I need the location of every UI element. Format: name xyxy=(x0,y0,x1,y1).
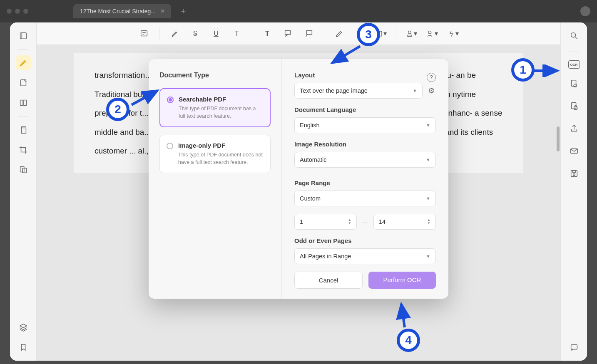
radio-unselected-icon xyxy=(167,143,173,149)
svg-rect-17 xyxy=(574,107,577,109)
bookmark-icon[interactable] xyxy=(16,340,31,355)
searchable-pdf-option[interactable]: Searchable PDF This type of PDF document… xyxy=(159,88,271,127)
pages-icon[interactable] xyxy=(16,162,31,177)
text-callout-icon[interactable] xyxy=(303,28,315,40)
arrow-2 xyxy=(129,87,162,108)
window-controls xyxy=(7,9,28,14)
svg-rect-22 xyxy=(571,345,577,349)
signature-icon[interactable]: ▾ xyxy=(426,28,438,40)
new-tab-button[interactable]: + xyxy=(180,6,186,17)
close-tab-icon[interactable]: × xyxy=(161,7,164,15)
reader-icon[interactable] xyxy=(16,95,31,110)
svg-point-13 xyxy=(571,33,575,37)
page-to-value: 14 xyxy=(379,218,386,225)
stepper-icon[interactable]: ▲▼ xyxy=(427,218,430,225)
image-only-pdf-option[interactable]: Image-only PDF This type of PDF document… xyxy=(159,135,271,173)
language-value: English xyxy=(300,122,320,129)
cancel-button[interactable]: Cancel xyxy=(294,272,363,289)
separator xyxy=(252,28,252,39)
titlebar: 12The Most Crucial Strateg... × + xyxy=(0,0,597,22)
callout-2: 2 xyxy=(106,98,129,121)
perform-ocr-button[interactable]: Perform OCR xyxy=(368,272,436,289)
language-label: Document Language xyxy=(294,106,436,113)
maximize-window[interactable] xyxy=(23,9,28,14)
stepper-icon[interactable]: ▲▼ xyxy=(348,218,351,225)
resolution-value: Automatic xyxy=(300,156,326,163)
layout-value: Text over the page image xyxy=(300,87,368,94)
separator xyxy=(18,116,28,116)
svg-line-24 xyxy=(132,91,157,105)
highlighter-tool-icon[interactable] xyxy=(16,55,31,70)
underline-icon[interactable]: U xyxy=(210,28,222,40)
svg-rect-9 xyxy=(307,30,312,34)
ocr-modal: Document Type Searchable PDF This type o… xyxy=(149,59,448,299)
thumbnail-icon[interactable] xyxy=(16,28,31,43)
minimize-window[interactable] xyxy=(15,9,20,14)
language-select[interactable]: English ▼ xyxy=(294,117,436,133)
pen-icon[interactable] xyxy=(333,28,345,40)
strikethrough-icon[interactable]: S̶ xyxy=(189,28,201,40)
copy-icon[interactable] xyxy=(16,122,31,137)
odd-even-label: Odd or Even Pages xyxy=(294,237,436,244)
arrow-1 xyxy=(532,64,562,77)
svg-rect-18 xyxy=(570,149,577,154)
arrow-4 xyxy=(396,302,412,331)
svg-line-26 xyxy=(401,304,405,327)
separator xyxy=(18,49,28,50)
separator xyxy=(569,52,579,52)
svg-point-11 xyxy=(408,31,411,34)
link-icon[interactable]: ▾ xyxy=(447,28,459,40)
callout-3: 3 xyxy=(357,23,380,46)
odd-even-select[interactable]: All Pages in Range ▼ xyxy=(294,248,436,264)
svg-rect-0 xyxy=(20,33,26,39)
chevron-down-icon: ▼ xyxy=(413,88,417,93)
chevron-down-icon: ▼ xyxy=(426,123,430,128)
separator xyxy=(396,28,396,39)
page-range-label: Page Range xyxy=(294,179,436,186)
comment-icon[interactable] xyxy=(567,340,582,355)
annotate-tool-icon[interactable] xyxy=(16,75,31,90)
user-avatar[interactable] xyxy=(580,6,590,16)
svg-rect-5 xyxy=(20,167,24,172)
layers-icon[interactable] xyxy=(16,320,31,335)
callout-icon[interactable] xyxy=(282,28,294,40)
text-icon[interactable]: T xyxy=(231,28,243,40)
page-from-value: 1 xyxy=(300,218,303,225)
svg-point-12 xyxy=(428,31,431,34)
stamp-icon[interactable]: ▾ xyxy=(405,28,417,40)
option-desc: This type of PDF document does not have … xyxy=(178,151,263,166)
lock-doc-icon[interactable] xyxy=(567,99,582,114)
search-icon[interactable] xyxy=(567,28,582,43)
page-to-input[interactable]: 14 ▲▼ xyxy=(373,214,436,230)
help-icon[interactable]: ? xyxy=(427,73,436,82)
separator xyxy=(159,28,159,39)
mail-icon[interactable] xyxy=(567,144,582,158)
close-window[interactable] xyxy=(7,9,12,14)
chevron-down-icon: ▼ xyxy=(426,196,430,201)
option-title: Image-only PDF xyxy=(178,142,263,149)
page-from-input[interactable]: 1 ▲▼ xyxy=(294,214,357,230)
document-tab[interactable]: 12The Most Crucial Strateg... × xyxy=(73,4,171,18)
share-icon[interactable] xyxy=(567,121,582,136)
crop-icon[interactable] xyxy=(16,142,31,157)
resolution-select[interactable]: Automatic ▼ xyxy=(294,152,436,168)
arrow-3 xyxy=(329,44,364,67)
svg-rect-20 xyxy=(572,171,575,173)
page-range-select[interactable]: Custom ▼ xyxy=(294,191,436,206)
save-icon[interactable] xyxy=(567,166,582,181)
gear-icon[interactable]: ⚙ xyxy=(427,86,436,95)
ocr-icon[interactable]: OCR xyxy=(568,60,580,69)
highlighter-icon[interactable] xyxy=(169,28,180,40)
radio-selected-icon xyxy=(167,97,174,103)
tab-title: 12The Most Crucial Strateg... xyxy=(80,8,156,15)
app-body: S̶ U T T ▾ ▾ ▾ ▾ transformation... staff… xyxy=(10,22,587,361)
svg-rect-3 xyxy=(23,100,26,106)
textbox-icon[interactable]: T xyxy=(261,28,273,40)
note-icon[interactable] xyxy=(138,28,150,40)
layout-select[interactable]: Text over the page image ▼ xyxy=(294,83,423,99)
resolution-label: Image Resolution xyxy=(294,141,436,148)
protect-icon[interactable] xyxy=(567,76,582,91)
right-sidebar: OCR xyxy=(560,22,587,361)
svg-rect-8 xyxy=(285,30,291,34)
top-toolbar: S̶ U T T ▾ ▾ ▾ ▾ xyxy=(37,22,560,45)
